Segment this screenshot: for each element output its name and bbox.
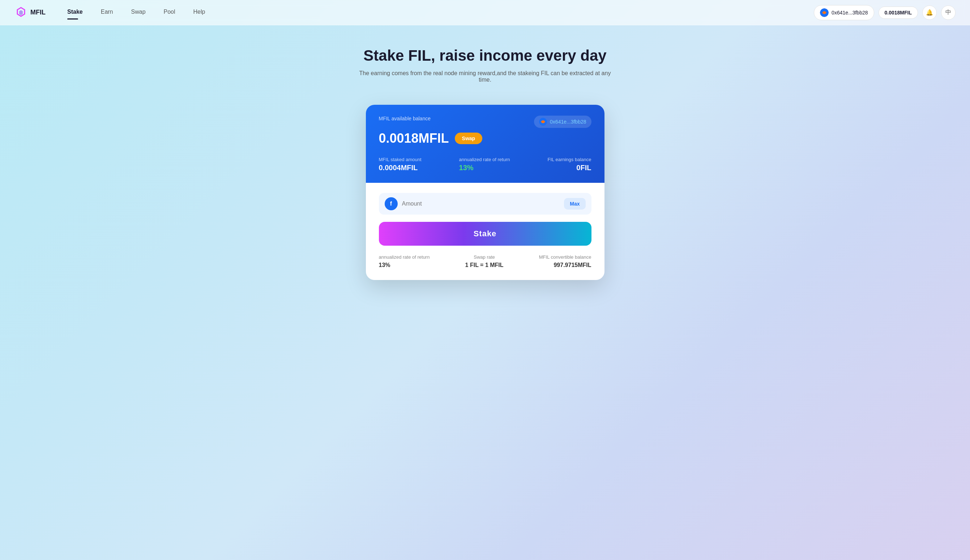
stat-earnings-value: 0FIL — [548, 164, 591, 172]
stat-staked-value: 0.0004MFIL — [379, 164, 422, 172]
nav-link-help[interactable]: Help — [194, 9, 205, 17]
stat-annualized-rate: annualized rate of return 13% — [459, 157, 510, 172]
bottom-stat-convertible-label: MFIL convertible balance — [539, 254, 591, 260]
stake-card: MFIL available balance 0x641e...3fbb28 0… — [366, 105, 604, 280]
app-name: MFIL — [30, 9, 45, 16]
nav-logo[interactable]: MFIL — [15, 6, 45, 19]
amount-input-row: f Max — [379, 193, 591, 215]
mfil-balance-button[interactable]: 0.0018MFIL — [878, 7, 918, 19]
mfil-balance-display: 0.0018MFIL — [379, 131, 449, 146]
card-bottom: f Max Stake annualized rate of return 13… — [366, 183, 604, 280]
card-top-header: MFIL available balance 0x641e...3fbb28 — [379, 116, 591, 128]
wallet-chip-avatar — [539, 118, 547, 126]
nav-link-earn[interactable]: Earn — [101, 9, 113, 17]
bottom-stat-swap-rate: Swap rate 1 FIL = 1 MFIL — [465, 254, 504, 268]
swap-pill-button[interactable]: Swap — [455, 133, 482, 144]
wallet-address-text: 0x641e...3fbb28 — [831, 10, 868, 15]
wallet-chip-address: 0x641e...3fbb28 — [550, 119, 586, 125]
max-button[interactable]: Max — [564, 198, 585, 210]
stat-staked-amount: MFIL staked amount 0.0004MFIL — [379, 157, 422, 172]
stat-staked-label: MFIL staked amount — [379, 157, 422, 162]
hero-section: Stake FIL, raise income every day The ea… — [0, 25, 970, 94]
card-stats: MFIL staked amount 0.0004MFIL annualized… — [379, 157, 591, 172]
bottom-stat-convertible: MFIL convertible balance 997.9715MFIL — [539, 254, 591, 268]
nav-link-pool[interactable]: Pool — [164, 9, 175, 17]
wallet-address-button[interactable]: 0x641e...3fbb28 — [814, 5, 874, 20]
available-balance-label: MFIL available balance — [379, 116, 431, 122]
nav-link-stake[interactable]: Stake — [67, 9, 83, 17]
stat-rate-value: 13% — [459, 164, 510, 172]
stat-earnings-label: FIL earnings balance — [548, 157, 591, 162]
card-top: MFIL available balance 0x641e...3fbb28 0… — [366, 105, 604, 183]
notification-icon: 🔔 — [926, 9, 933, 16]
amount-input[interactable] — [402, 200, 560, 207]
bottom-stat-swap-label: Swap rate — [465, 254, 504, 260]
language-icon: 中 — [945, 9, 951, 16]
fil-icon: f — [385, 197, 398, 210]
wallet-chip[interactable]: 0x641e...3fbb28 — [534, 116, 591, 128]
hero-subtitle: The earning comes from the real node min… — [359, 70, 612, 83]
bottom-stat-convertible-value: 997.9715MFIL — [539, 262, 591, 268]
stake-button[interactable]: Stake — [379, 222, 591, 246]
bottom-stat-rate-label: annualized rate of return — [379, 254, 430, 260]
nav-right: 0x641e...3fbb28 0.0018MFIL 🔔 中 — [814, 5, 955, 20]
nav-link-swap[interactable]: Swap — [131, 9, 146, 17]
navbar: MFIL Stake Earn Swap Pool Help 0x641e...… — [0, 0, 970, 25]
bottom-stat-rate: annualized rate of return 13% — [379, 254, 430, 268]
stat-earnings-balance: FIL earnings balance 0FIL — [548, 157, 591, 172]
notification-button[interactable]: 🔔 — [922, 5, 937, 20]
bottom-stat-rate-value: 13% — [379, 262, 430, 268]
balance-row: 0.0018MFIL Swap — [379, 131, 591, 146]
bottom-stats: annualized rate of return 13% Swap rate … — [379, 254, 591, 268]
stat-rate-label: annualized rate of return — [459, 157, 510, 162]
wallet-avatar — [820, 8, 829, 17]
logo-icon — [15, 6, 27, 19]
language-button[interactable]: 中 — [941, 5, 955, 20]
nav-links: Stake Earn Swap Pool Help — [67, 9, 814, 17]
card-container: MFIL available balance 0x641e...3fbb28 0… — [0, 94, 970, 302]
bottom-stat-swap-value: 1 FIL = 1 MFIL — [465, 262, 504, 268]
hero-title: Stake FIL, raise income every day — [7, 47, 963, 64]
